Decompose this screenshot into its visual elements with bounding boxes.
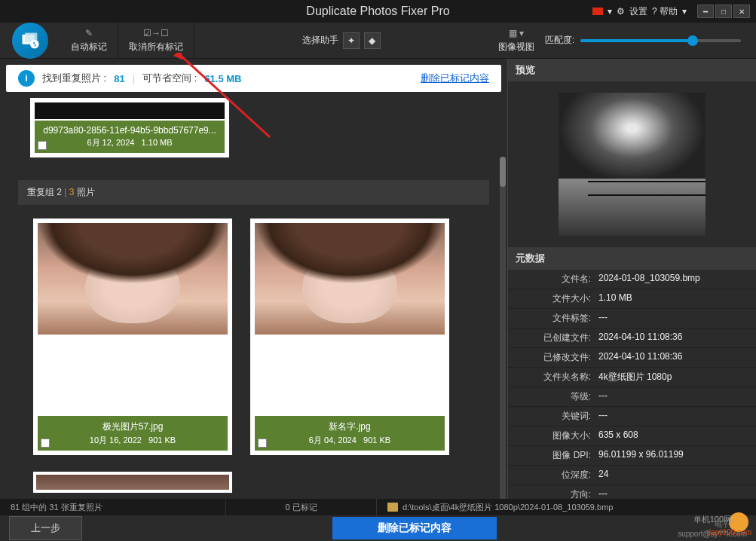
close-button[interactable]: ✕	[733, 5, 750, 18]
image-view-button[interactable]: ▦ ▾ 图像视图	[488, 23, 545, 58]
group-header: 重复组 2 | 3 照片	[18, 180, 489, 205]
metadata-row: 已创建文件:2024-04-10 11:08:36	[508, 329, 756, 348]
photo-checkbox[interactable]	[258, 439, 267, 448]
dropdown-arrow-icon[interactable]: ▾	[608, 6, 612, 17]
metadata-value: 2024-01-08_103059.bmp	[598, 273, 748, 286]
auto-mark-button[interactable]: ✎ 自动标记	[60, 23, 118, 58]
metadata-key: 图像大小:	[516, 429, 598, 442]
titlebar: Duplicate Photos Fixer Pro ▾ ⚙ 设置 ? 帮助 ▾…	[0, 0, 756, 23]
wand-icon: ✎	[85, 27, 93, 39]
photo-card[interactable]: 新名字.jpg 6月 04, 2024 901 KB	[250, 219, 449, 455]
photo-card[interactable]: 极光图片57.jpg 10月 16, 2022 901 KB	[33, 219, 232, 455]
metadata-value: ---	[598, 410, 748, 423]
watermark: 单机100网 danji100.com	[684, 512, 751, 536]
match-level-label: 匹配度:	[545, 34, 574, 47]
help-label[interactable]: ? 帮助	[652, 5, 678, 18]
metadata-row: 文件大小:1.10 MB	[508, 289, 756, 309]
select-helper-label: 选择助手	[302, 34, 338, 47]
metadata-row: 文件标签:---	[508, 309, 756, 329]
metadata-row: 等级:---	[508, 387, 756, 407]
save-value: 61.5 MB	[204, 73, 241, 84]
metadata-row: 关键词:---	[508, 407, 756, 426]
minimize-button[interactable]: ━	[697, 5, 714, 18]
metadata-value: 4k壁纸图片 1080p	[598, 371, 748, 384]
metadata-key: 文件大小:	[516, 292, 598, 305]
metadata-table: 文件名:2024-01-08_103059.bmp文件大小:1.10 MB文件标…	[508, 270, 756, 499]
metadata-key: 文件名:	[516, 273, 598, 286]
maximize-button[interactable]: □	[715, 5, 732, 18]
info-bar: i 找到重复照片 : 81 | 可节省空间 : 61.5 MB 删除已标记内容	[6, 65, 501, 92]
prev-button[interactable]: 上一步	[9, 516, 82, 540]
metadata-key: 已创建文件:	[516, 332, 598, 344]
image-view-label: 图像视图	[498, 41, 534, 53]
metadata-value: 96.01199 x 96.01199	[598, 449, 748, 462]
photo-filename: 极光图片57.jpg	[44, 420, 222, 433]
metadata-key: 位深度:	[516, 469, 598, 481]
delete-marked-button[interactable]: 删除已标记内容	[332, 517, 497, 539]
app-title: Duplicate Photos Fixer Pro	[306, 5, 449, 18]
preview-header: 预览	[508, 59, 756, 81]
metadata-key: 图像 DPI:	[516, 449, 598, 462]
language-flag-icon[interactable]	[592, 8, 603, 15]
folder-icon	[387, 503, 398, 512]
metadata-row: 图像 DPI:96.01199 x 96.01199	[508, 446, 756, 466]
status-marked: 0 已标记	[226, 499, 377, 515]
results-list: d9973a80-2856-11ef-94b5-9bbd57677e9... 6…	[0, 98, 507, 493]
photo-filename: 新名字.jpg	[261, 420, 439, 433]
app-logo	[0, 23, 60, 59]
photo-card[interactable]: d9973a80-2856-11ef-94b5-9bbd57677e9... 6…	[30, 98, 229, 157]
metadata-row: 文件夹名称:4k壁纸图片 1080p	[508, 368, 756, 387]
gear-icon[interactable]: ⚙	[617, 6, 625, 17]
thumbnail	[36, 475, 229, 490]
unmark-all-button[interactable]: ☑→☐ 取消所有标记	[118, 23, 194, 58]
photo-card[interactable]	[33, 472, 232, 493]
metadata-row: 位深度:24	[508, 466, 756, 485]
thumbnail	[38, 223, 228, 335]
metadata-row: 图像大小:635 x 608	[508, 426, 756, 446]
settings-label[interactable]: 设置	[629, 5, 647, 18]
helper-btn-1[interactable]: ✦	[343, 32, 360, 49]
thumbnail	[255, 223, 445, 335]
metadata-value: 24	[598, 469, 748, 481]
metadata-value: ---	[598, 390, 748, 403]
metadata-row: 已修改文件:2024-04-10 11:08:36	[508, 348, 756, 368]
photo-checkbox[interactable]	[38, 141, 47, 150]
auto-mark-label: 自动标记	[71, 41, 107, 53]
found-count: 81	[114, 73, 124, 84]
toolbar: ✎ 自动标记 ☑→☐ 取消所有标记 选择助手 ✦ ◆ ▦ ▾ 图像视图 匹配度:	[0, 23, 756, 59]
select-helper-group: 选择助手 ✦ ◆	[302, 32, 381, 49]
grid-icon: ▦ ▾	[509, 27, 524, 39]
unmark-all-label: 取消所有标记	[129, 41, 183, 53]
metadata-value: ---	[598, 488, 748, 499]
photo-filename: d9973a80-2856-11ef-94b5-9bbd57677e9...	[41, 125, 219, 136]
scrollbar[interactable]	[500, 157, 506, 499]
details-panel: 预览 元数据 文件名:2024-01-08_103059.bmp文件大小:1.1…	[507, 59, 756, 499]
metadata-value: 2024-04-10 11:08:36	[598, 351, 748, 364]
results-panel: i 找到重复照片 : 81 | 可节省空间 : 61.5 MB 删除已标记内容 …	[0, 59, 507, 499]
save-label: 可节省空间 :	[142, 72, 197, 85]
found-label: 找到重复照片 :	[42, 72, 106, 85]
dropdown-arrow-icon[interactable]: ▾	[682, 6, 687, 17]
status-groups: 81 组中的 31 张重复照片	[0, 499, 226, 515]
status-path: d:\tools\桌面\4k壁纸图片 1080p\2024-01-08_1030…	[377, 502, 756, 513]
slider-handle[interactable]	[687, 35, 698, 46]
metadata-header: 元数据	[508, 247, 756, 270]
metadata-row: 文件名:2024-01-08_103059.bmp	[508, 270, 756, 289]
metadata-value: 2024-04-10 11:08:36	[598, 332, 748, 344]
delete-marked-link[interactable]: 删除已标记内容	[421, 72, 489, 85]
match-level-slider[interactable]	[580, 39, 741, 42]
metadata-key: 文件夹名称:	[516, 371, 598, 384]
info-icon: i	[18, 70, 35, 87]
metadata-value: ---	[598, 312, 748, 325]
metadata-key: 等级:	[516, 390, 598, 403]
thumbnail	[35, 102, 225, 119]
metadata-key: 方向:	[516, 488, 598, 499]
helper-btn-2[interactable]: ◆	[364, 32, 381, 49]
metadata-key: 文件标签:	[516, 312, 598, 325]
status-bar: 81 组中的 31 张重复照片 0 已标记 d:\tools\桌面\4k壁纸图片…	[0, 499, 756, 515]
metadata-key: 关键词:	[516, 410, 598, 423]
photo-checkbox[interactable]	[41, 439, 50, 448]
metadata-value: 1.10 MB	[598, 292, 748, 305]
preview-image	[508, 81, 756, 247]
metadata-row: 方向:---	[508, 485, 756, 499]
